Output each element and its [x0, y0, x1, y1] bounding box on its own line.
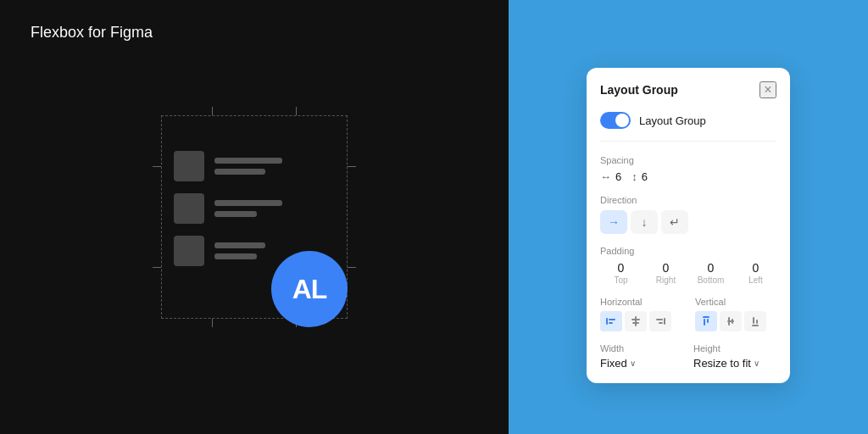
direction-horizontal-button[interactable]: → — [600, 210, 627, 234]
toggle-knob — [615, 114, 629, 127]
close-button[interactable]: × — [760, 81, 776, 98]
height-label: Height — [693, 343, 776, 353]
svg-rect-14 — [732, 319, 733, 324]
svg-rect-17 — [756, 320, 758, 324]
padding-left-field[interactable]: 0 Left — [735, 261, 776, 285]
item-line — [214, 169, 265, 175]
svg-rect-6 — [664, 318, 665, 325]
horizontal-align-center-button[interactable] — [625, 311, 647, 331]
height-select[interactable]: Resize to fit ∨ — [693, 357, 776, 370]
spacing-label: Spacing — [600, 155, 776, 165]
padding-right-label: Right — [656, 275, 676, 285]
al-avatar: AL — [271, 251, 348, 327]
vertical-align-top-button[interactable] — [695, 311, 717, 331]
item-lines — [214, 200, 282, 217]
horizontal-align-buttons — [600, 311, 682, 331]
tick-right-top — [348, 166, 356, 167]
horizontal-align-right-button[interactable] — [649, 311, 671, 331]
direction-label: Direction — [600, 195, 776, 205]
canvas-area: AL — [144, 98, 364, 336]
padding-top-value: 0 — [618, 261, 625, 275]
width-label: Width — [600, 343, 683, 353]
direction-wrap-button[interactable]: ↵ — [661, 210, 688, 234]
svg-rect-16 — [753, 317, 754, 324]
item-thumbnail — [174, 236, 204, 266]
horizontal-align-left-button[interactable] — [600, 311, 622, 331]
svg-rect-5 — [632, 322, 639, 324]
padding-bottom-value: 0 — [708, 261, 715, 275]
horizontal-spacing-icon: ↔ — [600, 170, 611, 183]
list-item — [174, 193, 335, 224]
alignment-section: Horizontal — [600, 297, 776, 331]
spacing-row: ↔ 6 ↕ 6 — [600, 170, 776, 183]
vertical-align-buttons — [695, 311, 776, 331]
height-value: Resize to fit — [693, 357, 751, 370]
svg-rect-1 — [609, 319, 615, 320]
padding-top-label: Top — [614, 275, 627, 285]
width-group: Width Fixed ∨ — [600, 343, 683, 370]
direction-row: → ↓ ↵ — [600, 210, 776, 234]
svg-rect-3 — [635, 316, 637, 326]
padding-section: Padding 0 Top 0 Right 0 Bottom 0 Left — [600, 246, 776, 285]
svg-rect-10 — [704, 319, 705, 326]
panel-card: Layout Group × Layout Group Spacing ↔ 6 … — [587, 68, 790, 383]
item-line — [214, 242, 265, 248]
svg-rect-2 — [609, 322, 613, 324]
vertical-align-label: Vertical — [695, 297, 776, 307]
panel-header: Layout Group × — [600, 81, 776, 98]
panel-title: Layout Group — [600, 83, 678, 97]
size-section: Width Fixed ∨ Height Resize to fit ∨ — [600, 343, 776, 370]
direction-vertical-button[interactable]: ↓ — [631, 210, 658, 234]
horizontal-spacing-field[interactable]: ↔ 6 — [600, 170, 621, 183]
vertical-align-bottom-button[interactable] — [744, 311, 766, 331]
width-select[interactable]: Fixed ∨ — [600, 357, 683, 370]
horizontal-align-label: Horizontal — [600, 297, 682, 307]
tick-top-left — [212, 107, 213, 115]
svg-rect-4 — [632, 319, 640, 320]
svg-rect-7 — [656, 319, 663, 320]
item-lines — [214, 242, 265, 259]
item-line — [214, 200, 282, 206]
padding-grid: 0 Top 0 Right 0 Bottom 0 Left — [600, 261, 776, 285]
svg-rect-15 — [752, 325, 759, 326]
left-panel: Flexbox for Figma — [0, 0, 509, 434]
toggle-row: Layout Group — [600, 112, 776, 142]
padding-bottom-field[interactable]: 0 Bottom — [690, 261, 732, 285]
padding-left-value: 0 — [753, 261, 760, 275]
toggle-label: Layout Group — [639, 114, 706, 127]
item-line — [214, 211, 257, 217]
width-value: Fixed — [600, 357, 627, 370]
tick-bottom-left — [212, 319, 213, 327]
item-line — [214, 253, 257, 259]
padding-label: Padding — [600, 246, 776, 256]
padding-top-field[interactable]: 0 Top — [600, 261, 642, 285]
vertical-spacing-field[interactable]: ↕ 6 — [632, 170, 648, 183]
padding-left-label: Left — [748, 275, 763, 285]
item-thumbnail — [174, 193, 204, 224]
tick-top-right — [296, 107, 297, 115]
vertical-align-group: Vertical — [695, 297, 776, 331]
padding-right-field[interactable]: 0 Right — [645, 261, 687, 285]
vertical-spacing-value: 6 — [642, 170, 648, 183]
layout-group-toggle[interactable] — [600, 112, 631, 129]
svg-rect-13 — [728, 317, 730, 326]
direction-section: Direction → ↓ ↵ — [600, 195, 776, 234]
tick-left-top — [153, 166, 161, 167]
tick-right-bottom — [348, 267, 356, 268]
item-line — [214, 158, 282, 164]
right-panel: Layout Group × Layout Group Spacing ↔ 6 … — [509, 0, 868, 434]
list-item — [174, 151, 335, 181]
vertical-spacing-icon: ↕ — [632, 170, 637, 183]
height-group: Height Resize to fit ∨ — [693, 343, 776, 370]
spacing-section: Spacing ↔ 6 ↕ 6 — [600, 155, 776, 183]
svg-rect-0 — [606, 318, 608, 325]
vertical-align-middle-button[interactable] — [720, 311, 742, 331]
svg-rect-9 — [703, 316, 709, 318]
padding-bottom-label: Bottom — [698, 275, 725, 285]
item-thumbnail — [174, 151, 204, 181]
item-lines — [214, 158, 282, 175]
svg-rect-11 — [707, 319, 709, 323]
tick-left-bottom — [153, 267, 161, 268]
svg-rect-8 — [659, 322, 663, 324]
horizontal-spacing-value: 6 — [615, 170, 621, 183]
